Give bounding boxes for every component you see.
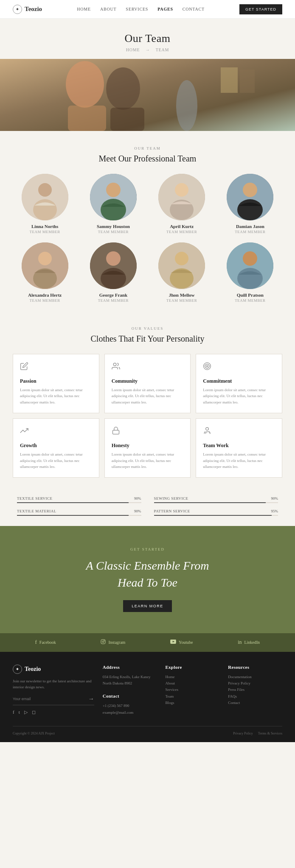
footer-email-arrow[interactable]: →	[88, 696, 94, 702]
svg-point-27	[175, 252, 188, 265]
breadcrumb-separator: →	[146, 47, 150, 52]
nav-cta-button[interactable]: GET STARTED	[239, 4, 282, 14]
avatar-linna	[22, 174, 68, 220]
svg-point-15	[175, 183, 188, 197]
footer-email-input[interactable]	[13, 697, 88, 701]
nav-services[interactable]: SERVICES	[126, 7, 148, 11]
svg-point-9	[38, 183, 52, 197]
logo-icon: ✦	[13, 5, 22, 14]
team-member-sammy: Sammy Houston Team Member	[81, 174, 145, 234]
footer-brand: ✦ Teozio Join our newsletter to get the …	[13, 665, 94, 716]
teamwork-icon	[203, 426, 215, 438]
avatar-george	[90, 242, 137, 289]
footer-social-facebook-icon[interactable]: f	[13, 709, 14, 715]
footer-address-col: Address 034 Erling Knolls, Lake Kaney No…	[103, 665, 157, 716]
team-section: OUR TEAM Meet Our Professional Team Linn…	[0, 131, 295, 311]
footer-resources-docs[interactable]: Documentation	[228, 674, 282, 680]
footer-social-instagram-icon[interactable]: ◻	[32, 709, 36, 715]
facebook-icon: f	[35, 639, 37, 645]
values-section-title: Clothes That Fit Your Personality	[13, 334, 282, 344]
cta-title: A Classic Ensemble FromHead To Toe	[13, 557, 282, 590]
values-section: OUR VALUES Clothes That Fit Your Persona…	[0, 311, 295, 486]
edit-icon	[20, 362, 32, 374]
value-desc-passion: Lorem ipsum dolor sit amet, consec tetur…	[20, 387, 92, 405]
logo[interactable]: ✦ Teozio	[13, 5, 42, 14]
footer-resources-faqs[interactable]: FAQs	[228, 693, 282, 700]
svg-point-32	[113, 363, 116, 366]
footer-social-youtube-icon[interactable]: ▷	[24, 709, 28, 715]
cta-section: GET STARTED A Classic Ensemble FromHead …	[0, 526, 295, 633]
hero-image	[0, 59, 295, 131]
team-member-april: April Kurtz Team Member	[150, 174, 214, 234]
footer-contact-email: example@mail.com	[103, 709, 157, 716]
footer: ✦ Teozio Join our newsletter to get the …	[0, 652, 295, 742]
footer-explore-title: Explore	[165, 665, 219, 670]
nav-about[interactable]: ABOUT	[100, 7, 116, 11]
avatar-quill	[227, 242, 273, 289]
breadcrumb-home[interactable]: HOME	[126, 47, 140, 52]
team-member-jhon: Jhon Mellow Team Member	[150, 242, 214, 303]
social-instagram-label: Instagram	[108, 640, 125, 645]
footer-explore-about[interactable]: About	[165, 680, 219, 687]
team-member-quill: Quill Pratson Team Member	[218, 242, 282, 303]
team-member-damian: Damian Jason Team Member	[218, 174, 282, 234]
skill-label-0: Textile Service	[17, 496, 53, 501]
member-role-quill: Team Member	[218, 298, 282, 303]
breadcrumb-current: TEAM	[156, 47, 169, 52]
target-icon	[203, 362, 215, 374]
value-title-passion: Passion	[20, 378, 92, 384]
social-linkedin[interactable]: in LinkedIn	[238, 639, 260, 645]
social-youtube[interactable]: Youtube	[170, 639, 193, 645]
social-instagram[interactable]: Instagram	[101, 639, 125, 646]
footer-explore-team[interactable]: Team	[165, 693, 219, 700]
footer-explore-col: Explore Home About Services Team Blogs	[165, 665, 219, 716]
nav-pages[interactable]: PAGES	[157, 7, 173, 11]
member-role-damian: Team Member	[218, 230, 282, 234]
footer-logo-icon: ✦	[13, 665, 22, 674]
instagram-icon	[101, 639, 106, 646]
skill-bar-fill-0	[17, 502, 129, 503]
nav-home[interactable]: HOME	[77, 7, 91, 11]
footer-terms-link[interactable]: Terms & Services	[258, 732, 282, 735]
svg-rect-7	[240, 70, 255, 93]
footer-resources-press[interactable]: Press Files	[228, 687, 282, 693]
avatar-damian	[227, 174, 273, 220]
footer-explore-blogs[interactable]: Blogs	[165, 700, 219, 706]
svg-point-12	[106, 183, 121, 197]
avatar-sammy	[90, 174, 137, 220]
skill-pct-2: 90%	[134, 509, 141, 513]
skill-textile-service: Textile Service 90%	[17, 496, 141, 503]
social-youtube-label: Youtube	[179, 640, 193, 645]
value-card-community: Community Lorem ipsum dolor sit amet, co…	[104, 354, 191, 413]
value-card-growth: Growth Lorem ipsum dolor sit amet, conse…	[13, 418, 99, 478]
svg-point-2	[106, 67, 140, 110]
value-desc-commitment: Lorem ipsum dolor sit amet, consec tetur…	[203, 387, 275, 405]
team-section-label: OUR TEAM	[13, 146, 282, 150]
footer-resources-privacy[interactable]: Privacy Policy	[228, 680, 282, 687]
svg-point-35	[207, 365, 208, 367]
nav-contact[interactable]: CONTACT	[183, 7, 205, 11]
footer-social-twitter-icon[interactable]: t	[19, 709, 20, 715]
social-facebook[interactable]: f Facebook	[35, 639, 56, 645]
value-title-growth: Growth	[20, 442, 92, 449]
svg-point-18	[243, 183, 257, 197]
team-grid: Linna Norths Team Member Sammy Houston T…	[13, 174, 282, 303]
footer-explore-home[interactable]: Home	[165, 674, 219, 680]
footer-contact-phone: +1 (234) 567 890	[103, 703, 157, 709]
skill-bar-bg-0	[17, 502, 141, 503]
skills-grid: Textile Service 90% Sewing Service 90% T…	[17, 496, 278, 516]
skill-bar-fill-2	[17, 515, 129, 516]
footer-resources-contact[interactable]: Contact	[228, 700, 282, 706]
footer-bottom: Copyright © 2024 AIX Project Privacy Pol…	[13, 726, 282, 735]
linkedin-icon: in	[238, 639, 242, 645]
skill-bar-bg-2	[17, 515, 141, 516]
svg-point-24	[106, 251, 121, 266]
breadcrumb: HOME → TEAM	[8, 47, 287, 52]
value-title-community: Community	[112, 378, 184, 384]
footer-explore-services[interactable]: Services	[165, 687, 219, 693]
cta-learn-more-button[interactable]: LEARN MORE	[123, 600, 172, 612]
svg-point-39	[102, 641, 104, 643]
svg-point-13	[101, 199, 126, 220]
footer-privacy-link[interactable]: Privacy Policy	[233, 732, 253, 735]
footer-desc: Join our newsletter to get the latest ar…	[13, 678, 94, 690]
